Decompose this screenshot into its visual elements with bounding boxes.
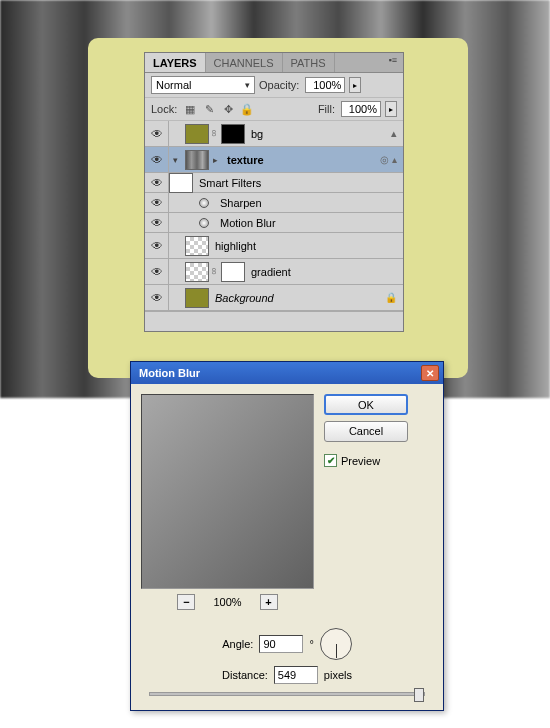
link-icon: 𝟾 <box>211 128 219 139</box>
layer-name[interactable]: bg <box>251 128 263 140</box>
layers-panel: LAYERS CHANNELS PATHS ▪≡ Normal Opacity:… <box>144 52 404 332</box>
zoom-level: 100% <box>213 596 241 608</box>
preview-checkbox[interactable]: ✔ <box>324 454 337 467</box>
zoom-in-button[interactable]: + <box>260 594 278 610</box>
blend-mode-select[interactable]: Normal <box>151 76 255 94</box>
filter-row-sharpen[interactable]: 👁 Sharpen <box>145 193 403 213</box>
layer-row-texture[interactable]: 👁 ▾ ▸ texture ◎ ▴ <box>145 147 403 173</box>
visibility-icon[interactable]: 👁 <box>151 239 163 253</box>
smart-filters-label: Smart Filters <box>199 177 261 189</box>
motion-blur-dialog: Motion Blur ✕ − 100% + OK Cancel ✔ Previ… <box>130 361 444 711</box>
mask-thumb[interactable] <box>221 262 245 282</box>
blend-mode-value: Normal <box>156 79 191 91</box>
layer-row-background[interactable]: 👁 Background 🔒 <box>145 285 403 311</box>
close-icon[interactable]: ✕ <box>421 365 439 381</box>
filter-icon <box>199 218 209 228</box>
opacity-input[interactable]: 100% <box>305 77 345 93</box>
opacity-stepper[interactable]: ▸ <box>349 77 361 93</box>
dialog-title: Motion Blur <box>135 367 421 379</box>
tab-layers[interactable]: LAYERS <box>145 53 206 72</box>
lock-icons: ▦ ✎ ✥ 🔒 <box>183 102 254 116</box>
angle-input[interactable]: 90 <box>259 635 303 653</box>
panel-menu-icon[interactable]: ▪≡ <box>383 53 403 72</box>
layer-thumb[interactable] <box>185 150 209 170</box>
layer-row-gradient[interactable]: 👁 𝟾 gradient <box>145 259 403 285</box>
lock-row: Lock: ▦ ✎ ✥ 🔒 Fill: 100% ▸ <box>145 98 403 121</box>
visibility-icon[interactable]: 👁 <box>151 216 163 230</box>
layer-trail: ◎ ▴ <box>380 154 403 165</box>
blend-row: Normal Opacity: 100% ▸ <box>145 73 403 98</box>
lock-pixels-icon[interactable]: ✎ <box>202 102 216 116</box>
filter-icon <box>199 198 209 208</box>
angle-label: Angle: <box>222 638 253 650</box>
layer-thumb[interactable] <box>185 124 209 144</box>
filter-name[interactable]: Sharpen <box>220 197 262 209</box>
visibility-icon[interactable]: 👁 <box>151 265 163 279</box>
lock-label: Lock: <box>151 103 177 115</box>
cancel-button[interactable]: Cancel <box>324 421 408 442</box>
smartobj-icon: ▸ <box>209 155 221 165</box>
layer-name[interactable]: texture <box>227 154 264 166</box>
slider-thumb[interactable] <box>414 688 424 702</box>
panel-footer <box>145 311 403 331</box>
filter-name[interactable]: Motion Blur <box>220 217 276 229</box>
distance-input[interactable]: 549 <box>274 666 318 684</box>
visibility-icon[interactable]: 👁 <box>151 196 163 210</box>
visibility-icon[interactable]: 👁 <box>151 291 163 305</box>
smart-filters-row[interactable]: 👁 Smart Filters <box>145 173 403 193</box>
layer-row-highlight[interactable]: 👁 highlight <box>145 233 403 259</box>
layer-thumb[interactable] <box>185 288 209 308</box>
layer-trail: ▴ <box>391 127 403 140</box>
link-icon: 𝟾 <box>211 266 219 277</box>
mask-thumb[interactable] <box>221 124 245 144</box>
distance-unit: pixels <box>324 669 352 681</box>
tab-channels[interactable]: CHANNELS <box>206 53 283 72</box>
visibility-icon[interactable]: 👁 <box>151 153 163 167</box>
angle-unit: ° <box>309 638 313 650</box>
filter-mask-thumb[interactable] <box>169 173 193 193</box>
dialog-titlebar[interactable]: Motion Blur ✕ <box>131 362 443 384</box>
distance-label: Distance: <box>222 669 268 681</box>
panel-tabs: LAYERS CHANNELS PATHS ▪≡ <box>145 53 403 73</box>
layer-name[interactable]: highlight <box>215 240 256 252</box>
layer-thumb[interactable] <box>185 262 209 282</box>
layer-thumb[interactable] <box>185 236 209 256</box>
layer-name[interactable]: gradient <box>251 266 291 278</box>
ok-button[interactable]: OK <box>324 394 408 415</box>
lock-all-icon[interactable]: 🔒 <box>240 102 254 116</box>
distance-slider[interactable] <box>149 692 425 696</box>
zoom-out-button[interactable]: − <box>177 594 195 610</box>
layer-name[interactable]: Background <box>215 292 274 304</box>
fill-label: Fill: <box>318 103 335 115</box>
opacity-label: Opacity: <box>259 79 299 91</box>
preview-label: Preview <box>341 455 380 467</box>
layer-row-bg[interactable]: 👁 𝟾 bg ▴ <box>145 121 403 147</box>
lock-transparency-icon[interactable]: ▦ <box>183 102 197 116</box>
lock-position-icon[interactable]: ✥ <box>221 102 235 116</box>
fill-stepper[interactable]: ▸ <box>385 101 397 117</box>
visibility-icon[interactable]: 👁 <box>151 176 163 190</box>
filter-row-motionblur[interactable]: 👁 Motion Blur <box>145 213 403 233</box>
layer-list: 👁 𝟾 bg ▴ 👁 ▾ ▸ texture ◎ ▴ 👁 Smart Filte… <box>145 121 403 311</box>
lock-indicator-icon: 🔒 <box>385 292 403 303</box>
tab-paths[interactable]: PATHS <box>283 53 335 72</box>
fill-input[interactable]: 100% <box>341 101 381 117</box>
preview-area <box>141 394 314 589</box>
expand-icon[interactable]: ▾ <box>169 155 181 165</box>
angle-dial[interactable] <box>320 628 352 660</box>
visibility-icon[interactable]: 👁 <box>151 127 163 141</box>
